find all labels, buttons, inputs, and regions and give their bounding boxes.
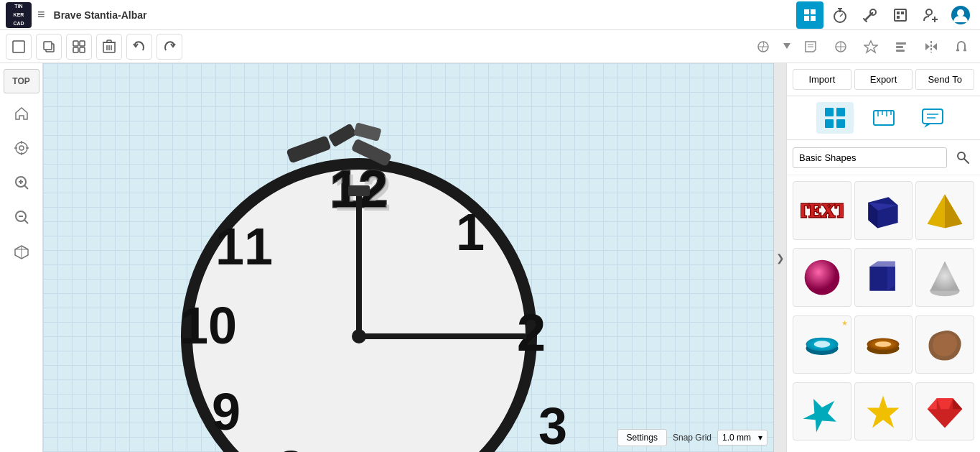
shape-box[interactable] [854,181,913,240]
chat-tab-icon [920,105,946,131]
avatar-button[interactable] [947,1,974,29]
tools-button[interactable] [857,1,884,29]
import-button[interactable]: Import [793,69,851,90]
export-button[interactable]: Export [854,69,913,90]
view-label: TOP [4,69,39,93]
panel-top-buttons: Import Export Send To [787,63,980,96]
zoom-in-button[interactable] [9,170,34,195]
add-person-button[interactable] [917,1,944,29]
undo-button[interactable] [126,34,152,60]
downloads-button[interactable] [887,1,914,29]
svg-point-52 [19,146,24,150]
avatar-icon [951,5,971,25]
svg-text:11: 11 [215,218,273,275]
svg-point-51 [16,142,27,154]
top-bar: TIN KER CAD ≡ Brave Stantia-Albar [0,0,980,30]
panel-collapse-handle[interactable]: ❯ [773,63,786,452]
svg-rect-20 [13,41,24,52]
logo: TIN KER CAD [6,2,32,28]
shape-torus[interactable]: ★ [793,315,851,374]
shape-selector: Basic Shapes [787,140,980,175]
canvas-area[interactable]: 12 12 12 1 2 3 4 5 5 6 6 7 [43,63,773,452]
left-sidebar: TOP [0,63,43,452]
svg-text:1: 1 [456,203,485,261]
shape-ring[interactable] [854,315,913,374]
svg-marker-50 [16,108,27,119]
grid-tab[interactable] [816,102,854,134]
svg-marker-113 [928,194,945,228]
svg-point-9 [870,9,876,15]
3d-view-button[interactable] [9,239,34,264]
svg-line-6 [840,14,843,17]
tool-right [750,34,974,60]
svg-text:3: 3 [538,397,567,452]
align-button[interactable] [888,34,914,60]
svg-marker-46 [925,43,930,50]
search-icon [956,150,970,165]
grid-view-button[interactable] [796,1,823,29]
target-button[interactable] [9,135,34,161]
top-right-icons [796,1,974,29]
svg-rect-25 [73,47,78,52]
svg-line-60 [24,185,28,189]
settings-button[interactable]: Settings [617,429,667,446]
snap-grid-label: Snap Grid [673,433,711,443]
svg-marker-128 [928,398,937,409]
search-shapes-button[interactable] [951,146,974,169]
svg-rect-13 [901,11,904,14]
home-button[interactable] [9,101,34,126]
svg-marker-112 [945,194,962,228]
svg-rect-1 [811,9,816,14]
mirror-button[interactable] [918,34,944,60]
target-icon [14,140,29,156]
shape-category-dropdown[interactable]: Basic Shapes [793,147,947,168]
svg-text:8: 8 [276,441,305,452]
chat-tab[interactable] [914,102,951,134]
note-button[interactable] [798,34,823,60]
right-panel: Import Export Send To [786,63,980,452]
copy-button[interactable] [36,34,62,60]
svg-rect-101 [923,109,943,124]
workplane-dropdown[interactable] [780,34,793,60]
panel-view-tabs [787,96,980,140]
hamburger-button[interactable]: ≡ [37,7,45,22]
zoom-out-button[interactable] [9,204,34,230]
send-to-button[interactable]: Send To [915,69,974,90]
snap-dropdown-arrow: ▾ [758,433,762,443]
svg-rect-11 [895,9,906,21]
magnet-button[interactable] [948,34,974,60]
snap-value-input[interactable]: 1.0 mm ▾ [717,430,767,446]
shape-text-3d[interactable]: TEXT [793,181,851,240]
shape-box2[interactable] [854,248,913,307]
svg-rect-14 [897,16,900,19]
svg-text:TEXT: TEXT [801,200,844,221]
add-person-icon [923,7,938,23]
shape-gem[interactable] [915,382,974,441]
snap-value: 1.0 mm [722,433,751,443]
svg-rect-22 [44,42,52,50]
timer-button[interactable] [826,1,854,29]
delete-button[interactable] [96,34,122,60]
shape-star4[interactable] [793,382,851,441]
svg-marker-126 [867,395,900,428]
svg-rect-43 [896,46,903,48]
svg-rect-26 [80,47,85,52]
snap-button[interactable] [858,34,884,60]
project-name: Brave Stantia-Albar [54,9,147,21]
shape-cone[interactable] [915,248,974,307]
ruler-button[interactable] [828,34,854,60]
svg-point-124 [875,342,892,348]
svg-point-19 [957,9,964,17]
ruler-tab[interactable] [865,102,902,134]
grid-tab-icon [822,105,848,131]
shape-pyramid[interactable] [915,181,974,240]
shape-sphere[interactable] [793,248,851,307]
redo-button[interactable] [157,34,182,60]
main-content: TOP [0,63,980,452]
shape-blob[interactable] [915,315,974,374]
workplane-button[interactable] [750,34,776,60]
shape-star5[interactable] [854,382,913,441]
new-shape-button[interactable] [6,34,32,60]
group-button[interactable] [66,34,92,60]
svg-marker-41 [864,41,877,52]
